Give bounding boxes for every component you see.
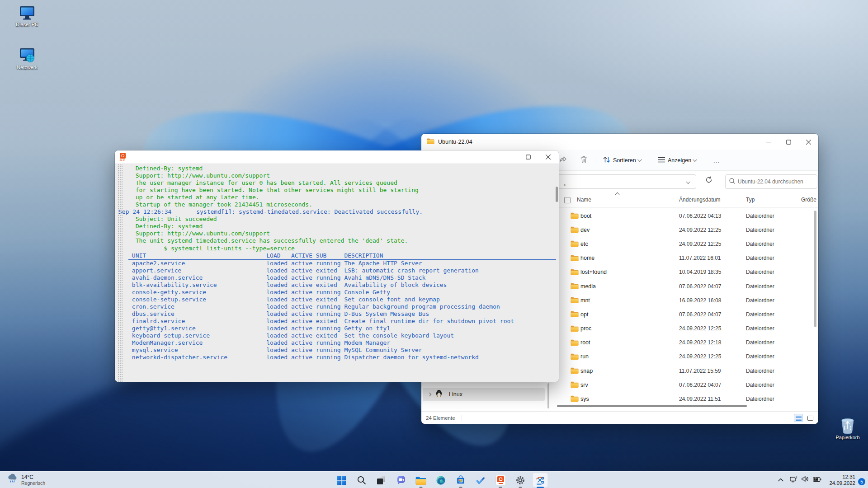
share-button[interactable] [559,156,567,164]
folder-icon [571,381,579,389]
terminal-line: cron.service loaded active running Regul… [128,303,556,310]
chat-button[interactable] [391,472,411,488]
column-header-size[interactable]: Größe [801,197,816,203]
column-separator[interactable] [795,197,795,204]
close-button[interactable] [798,134,818,150]
maximize-button[interactable] [518,150,538,164]
list-view-toggle[interactable] [794,414,803,422]
horizontal-scrollbar[interactable] [557,405,747,407]
file-type: Dateiordner [746,339,774,346]
minimize-button[interactable] [759,134,778,150]
terminal-lines: Defined-By: systemd Support: http://www.… [128,165,556,361]
task-view-button[interactable] [371,472,391,488]
search-box[interactable] [725,174,817,189]
folder-icon [571,268,579,277]
notification-badge[interactable]: 5 [858,478,865,485]
tray-time: 12:31 [829,474,855,480]
file-name: srv [580,382,588,388]
volume-icon [802,476,809,484]
folder-icon [571,325,579,333]
folder-icon [571,254,579,263]
terminal-line: Defined-By: systemd [128,165,556,172]
file-date: 07.06.2022 04:13 [679,213,721,219]
start-button[interactable] [331,472,351,488]
store-button[interactable] [451,472,471,488]
vertical-scrollbar[interactable] [814,211,816,327]
terminal-line: The user manager instance for user 0 has… [128,179,556,187]
sidebar-item-linux[interactable]: Linux [423,388,545,401]
file-date: 07.06.2022 04:07 [679,311,721,318]
explorer-titlebar[interactable]: Ubuntu-22.04 [421,134,818,150]
terminal-titlebar[interactable]: 22.04 [115,150,559,164]
view-label: Anzeigen [668,157,691,164]
terminal-line: apport.service loaded active exited LSB:… [128,267,556,274]
file-explorer-button[interactable] [411,472,431,488]
sidebar-item-label: Linux [449,391,462,398]
more-button[interactable]: … [713,156,720,164]
file-date: 10.04.2019 18:35 [679,269,721,275]
explorer-statusbar: 24 Elemente [421,411,818,424]
file-date: 24.09.2022 12:25 [679,241,721,247]
file-type: Dateiordner [746,255,774,261]
column-header-date[interactable]: Änderungsdatum [679,197,720,203]
file-name: etc [580,241,588,247]
chevron-right-icon[interactable] [428,393,431,396]
folder-icon [571,226,579,235]
recycle-bin-icon [830,418,865,434]
desktop-icon-recycle-bin[interactable]: Papierkorb [830,418,865,440]
sort-button[interactable]: Sortieren [603,156,642,164]
file-name: snap [580,368,593,374]
search-input[interactable] [738,178,813,185]
terminal-line: for starting have been started. Note tha… [128,187,556,194]
column-separator[interactable] [739,197,739,204]
settings-button[interactable] [510,472,530,488]
view-button[interactable]: Anzeigen [658,157,697,164]
terminal-line: console-getty.service loaded active runn… [128,289,556,296]
details-view-toggle[interactable] [806,414,815,422]
file-name: home [580,255,594,261]
terminal-line: The unit systemd-timedated.service has s… [128,237,556,244]
terminal-line: dbus.service loaded active running D-Bus… [128,310,556,318]
column-header-name[interactable]: Name [577,197,591,203]
todo-button[interactable] [471,472,491,488]
file-type: Dateiordner [746,213,774,219]
weather-rain-icon [7,474,18,486]
terminal-gutter [118,164,123,382]
edge-button[interactable] [431,472,451,488]
minimize-button[interactable] [498,150,518,164]
file-date: 07.06.2022 04:07 [679,382,721,388]
terminal-line: keyboard-setup.service loaded active exi… [128,332,556,339]
close-button[interactable] [538,150,558,164]
file-name: mnt [580,297,590,304]
address-dropdown-icon[interactable] [686,179,690,184]
delete-button[interactable] [580,156,587,164]
select-all-checkbox[interactable] [564,197,571,203]
terminal-line: Support: http://www.ubuntu.com/support [128,230,556,237]
file-name: opt [580,311,588,318]
file-date: 07.06.2022 04:07 [679,283,721,290]
search-button[interactable] [351,472,371,488]
desktop-icon-label: Dieser PC [10,22,44,27]
clock[interactable]: 12:31 24.09.2022 [829,474,855,486]
tray-status-group[interactable] [787,473,825,487]
file-type: Dateiordner [746,353,774,360]
file-type: Dateiordner [746,325,774,332]
terminal-output[interactable]: Defined-By: systemd Support: http://www.… [115,164,559,382]
sidebar-scrollbar[interactable] [547,383,549,408]
column-header-type[interactable]: Typ [746,197,755,203]
tray-chevron-button[interactable] [775,473,787,487]
desktop-icon-network[interactable]: Netzwerk [10,47,44,70]
ubuntu-terminal-button[interactable] [491,472,510,488]
file-name: lost+found [580,269,607,275]
terminal-line: mysql.service loaded active running MySQ… [128,347,556,354]
maximize-button[interactable] [778,134,798,150]
column-separator[interactable] [672,197,672,204]
file-type: Dateiordner [746,269,774,275]
refresh-button[interactable] [705,176,716,187]
terminal-line: UNIT LOAD ACTIVE SUB DESCRIPTION [128,252,556,260]
desktop-icon-this-pc[interactable]: Dieser PC [10,5,44,27]
weather-widget[interactable]: 14°C Regnerisch [5,472,48,488]
terminal-scrollbar[interactable] [556,187,558,202]
file-name: root [580,339,590,346]
snipping-tool-button[interactable] [530,472,550,488]
